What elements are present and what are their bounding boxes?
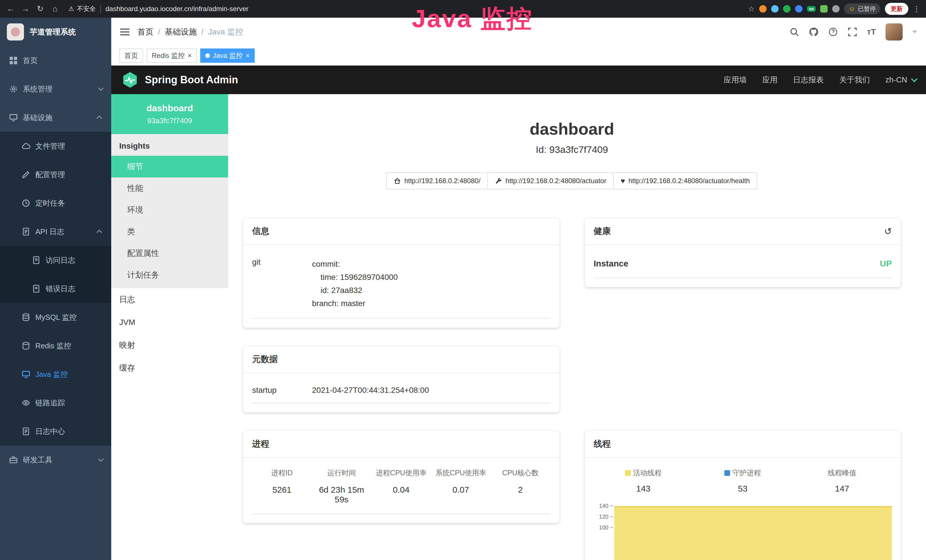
- threads-chart: 140 120 100: [594, 502, 892, 560]
- instance-header[interactable]: dashboard 93a3fc7f7409: [111, 94, 228, 134]
- extension-icon[interactable]: [783, 5, 791, 12]
- sidebar-item-config-management[interactable]: 配置管理: [0, 160, 111, 189]
- breadcrumb-current: Java 监控: [208, 27, 243, 37]
- startup-key: startup: [252, 386, 312, 395]
- insights-group: Insights 细节 性能 环境 类 配置属性 计划任务: [111, 134, 228, 288]
- actuator-url-link[interactable]: http://192.168.0.2:48080/actuator: [487, 172, 614, 189]
- font-size-icon[interactable]: тT: [867, 27, 876, 36]
- security-status[interactable]: ⚠ 不安全: [68, 5, 96, 13]
- tab-redis-monitor[interactable]: Redis 监控 ×: [147, 48, 197, 63]
- address-bar[interactable]: ⚠ 不安全 dashboard.yudao.iocoder.cn/infra/a…: [68, 5, 743, 13]
- tab-home[interactable]: 首页: [119, 48, 143, 63]
- history-icon[interactable]: ↺: [884, 226, 892, 237]
- java-monitor-icon: [22, 370, 30, 378]
- service-url-link[interactable]: http://192.168.0.2:48080/: [386, 172, 488, 189]
- sidebar-item-log-center[interactable]: 日志中心: [0, 417, 111, 446]
- edit-icon: [22, 170, 30, 179]
- cloud-icon: [22, 142, 30, 150]
- info-card: 信息 git commit: time: 1596289704000 id: 2…: [243, 218, 560, 328]
- close-icon[interactable]: ×: [188, 52, 192, 59]
- sidebar-item-api-logs[interactable]: API 日志: [0, 217, 111, 246]
- startup-row: startup 2021-04-27T00:44:31.254+08:00: [252, 375, 551, 403]
- sidebar-item-file-management[interactable]: 文件管理: [0, 132, 111, 160]
- eye-icon: [22, 398, 30, 407]
- extensions-puzzle-icon[interactable]: [832, 5, 840, 12]
- sidebar-item-dev-tools[interactable]: 研发工具: [0, 446, 111, 474]
- sba-item-jvm[interactable]: JVM: [111, 311, 228, 334]
- github-icon[interactable]: [809, 27, 819, 37]
- app-logo: 芋道管理系统: [0, 18, 111, 46]
- search-icon[interactable]: [790, 27, 799, 37]
- sba-nav-about[interactable]: 关于我们: [839, 75, 870, 85]
- bookmark-star-icon[interactable]: ☆: [748, 5, 755, 14]
- extension-icon[interactable]: [771, 5, 779, 12]
- sba-item-config-props[interactable]: 配置属性: [111, 242, 228, 264]
- sba-item-environment[interactable]: 环境: [111, 199, 228, 221]
- sba-item-classes[interactable]: 类: [111, 221, 228, 242]
- sba-item-logs[interactable]: 日志: [111, 288, 228, 311]
- extension-icon[interactable]: [759, 5, 767, 12]
- breadcrumb-infrastructure[interactable]: 基础设施: [165, 27, 197, 37]
- profile-paused-pill[interactable]: ☺ 已暂停: [844, 3, 881, 14]
- browser-menu-icon[interactable]: ⋮: [913, 5, 920, 14]
- locale-select[interactable]: zh-CN: [885, 76, 916, 85]
- sba-item-performance[interactable]: 性能: [111, 177, 228, 199]
- sba-nav: 应用墙 应用 日志报表 关于我们 zh-CN: [723, 75, 916, 85]
- sba-logo-icon: [121, 71, 139, 88]
- legend-swatch: [724, 470, 730, 476]
- sba-item-details[interactable]: 细节: [111, 156, 228, 177]
- sidebar-item-trace[interactable]: 链路追踪: [0, 389, 111, 417]
- threads-chart-plot: [614, 502, 892, 560]
- breadcrumb-home[interactable]: 首页: [138, 27, 153, 37]
- sidebar-item-error-logs[interactable]: 错误日志: [0, 274, 111, 303]
- security-label: 不安全: [77, 5, 96, 13]
- chevron-down-icon: [911, 76, 918, 82]
- sba-item-caches[interactable]: 缓存: [111, 357, 228, 380]
- extension-icon[interactable]: [820, 5, 828, 12]
- close-icon[interactable]: ×: [245, 52, 250, 59]
- sba-item-mappings[interactable]: 映射: [111, 334, 228, 357]
- sidebar-item-java-monitor[interactable]: Java 监控: [0, 360, 111, 389]
- legend-peak-threads: 线程峰值: [793, 468, 892, 478]
- timer-icon: [22, 199, 30, 207]
- git-key: git: [252, 257, 312, 310]
- heart-icon: ♥: [620, 177, 625, 185]
- sba-nav-journal[interactable]: 日志报表: [793, 75, 824, 85]
- user-avatar[interactable]: [885, 23, 903, 41]
- header-actions: тT: [790, 23, 917, 41]
- sba-main: dashboard Id: 93a3fc7f7409 http://192.16…: [228, 94, 926, 560]
- caret-down-icon[interactable]: [912, 30, 917, 33]
- reload-icon[interactable]: ↻: [35, 5, 45, 13]
- sidebar-item-scheduled-tasks[interactable]: 定时任务: [0, 189, 111, 217]
- tags-bar: 首页 Redis 监控 × Java 监控 ×: [111, 46, 926, 66]
- app-title: 芋道管理系统: [30, 27, 76, 37]
- health-url-link[interactable]: ♥ http://192.168.0.2:48080/actuator/heal…: [613, 172, 757, 189]
- screen: ← → ↻ ⌂ ⚠ 不安全 dashboard.yudao.iocoder.cn…: [0, 0, 926, 560]
- warning-icon: ⚠: [68, 5, 74, 12]
- hamburger-icon[interactable]: [120, 29, 130, 35]
- sidebar-item-redis-monitor[interactable]: Redis 监控: [0, 331, 111, 360]
- insights-label: Insights: [111, 134, 228, 156]
- sba-item-scheduled-tasks[interactable]: 计划任务: [111, 264, 228, 286]
- fullscreen-icon[interactable]: [847, 27, 857, 37]
- chrome-update-button[interactable]: 更新: [885, 3, 908, 15]
- extension-icon[interactable]: [795, 5, 802, 12]
- instance-id: Id: 93a3fc7f7409: [243, 144, 901, 155]
- threads-card: 线程 活动线程 守护进: [585, 431, 901, 560]
- help-icon[interactable]: [828, 27, 838, 37]
- tab-java-monitor[interactable]: Java 监控 ×: [200, 48, 255, 63]
- sidebar-item-mysql-monitor[interactable]: MySQL 监控: [0, 303, 111, 331]
- instance-title: dashboard: [243, 119, 901, 138]
- sba-nav-applications[interactable]: 应用: [762, 75, 778, 85]
- sba-nav-wall[interactable]: 应用墙: [723, 75, 747, 85]
- on-switch-badge[interactable]: on: [807, 6, 816, 12]
- sidebar-item-access-logs[interactable]: 访问日志: [0, 246, 111, 274]
- back-icon[interactable]: ←: [6, 5, 15, 13]
- sidebar-item-system-management[interactable]: 系统管理: [0, 75, 111, 103]
- access-log-icon: [32, 256, 41, 265]
- home-icon[interactable]: ⌂: [50, 5, 60, 13]
- dashboard-icon: [9, 56, 18, 65]
- forward-icon[interactable]: →: [21, 5, 30, 13]
- sidebar-item-home[interactable]: 首页: [0, 46, 111, 75]
- sidebar-item-infrastructure[interactable]: 基础设施: [0, 103, 111, 132]
